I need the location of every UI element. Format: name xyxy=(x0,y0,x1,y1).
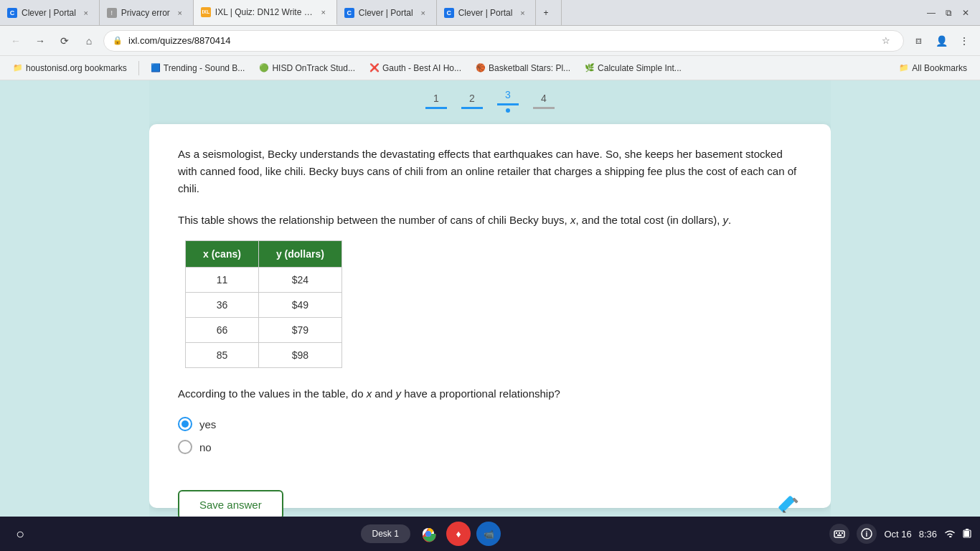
progress-num-1: 1 xyxy=(433,93,439,104)
title-bar: C Clever | Portal × ! Privacy error × IX… xyxy=(0,0,980,26)
tab-close-1[interactable]: × xyxy=(80,7,92,19)
bookmark-gauth[interactable]: ❌ Gauth - Best AI Ho... xyxy=(364,61,467,75)
bookmark-label-gauth: Gauth - Best AI Ho... xyxy=(382,63,461,73)
tab-close-4[interactable]: × xyxy=(418,7,429,19)
bookmark-label-all: All Bookmarks xyxy=(912,63,967,73)
folder-icon-all: 📁 xyxy=(899,63,909,72)
url-text: ixl.com/quizzes/8870414 xyxy=(128,35,872,46)
tab-close-2[interactable]: × xyxy=(174,7,186,19)
bookmark-label-basketball: Basketball Stars: Pl... xyxy=(489,63,570,73)
table-cell-y: $98 xyxy=(258,343,341,368)
taskbar-app-icon-red[interactable]: ♦ xyxy=(446,522,471,546)
bookmark-star-icon[interactable]: ☆ xyxy=(877,32,895,50)
progress-step-3: 3 xyxy=(497,89,519,113)
taskbar-sys-icon-1[interactable] xyxy=(829,524,849,544)
page-area: 1 2 3 4 As a seismolo xyxy=(149,80,831,517)
more-button[interactable]: ⋮ xyxy=(954,31,974,51)
back-button[interactable]: ← xyxy=(6,31,26,51)
new-tab-icon: + xyxy=(543,8,554,18)
tab-clever-3[interactable]: C Clever | Portal × xyxy=(437,0,537,25)
tab-favicon-1: C xyxy=(7,8,17,18)
svg-rect-9 xyxy=(834,531,844,537)
bookmark-label-trending: Trending - Sound B... xyxy=(164,63,245,73)
address-bar: ← → ⟳ ⌂ 🔒 ixl.com/quizzes/8870414 ☆ ⧈ 👤 … xyxy=(0,26,980,56)
taskbar-search-button[interactable] xyxy=(9,522,32,545)
taskbar-sys-icon-2[interactable]: i xyxy=(857,524,877,544)
save-answer-button[interactable]: Save answer xyxy=(178,490,283,517)
tab-title-5: Clever | Portal xyxy=(458,8,513,18)
tab-title-4: Clever | Portal xyxy=(359,8,413,18)
progress-line-2 xyxy=(461,107,483,109)
reload-button[interactable]: ⟳ xyxy=(55,31,75,51)
tab-close-5[interactable]: × xyxy=(517,7,528,19)
taskbar-time: 8:36 xyxy=(919,529,937,540)
minimize-button[interactable]: — xyxy=(924,6,938,20)
tab-ixl[interactable]: IXL IXL | Quiz: DN12 Write equati... × xyxy=(194,0,337,25)
bookmark-hisd[interactable]: 🟢 HISD OnTrack Stud... xyxy=(253,61,361,75)
taskbar: Desk 1 ♦ xyxy=(0,517,980,551)
col-header-y: y (dollars) xyxy=(258,241,341,268)
bookmark-houstonisd[interactable]: 📁 houstonisd.org bookmarks xyxy=(7,61,133,75)
close-button[interactable]: ✕ xyxy=(958,6,973,20)
home-button[interactable]: ⌂ xyxy=(79,31,99,51)
tab-favicon-3: IXL xyxy=(201,7,211,17)
option-no[interactable]: no xyxy=(178,440,802,454)
answer-options: yes no xyxy=(178,417,802,454)
progress-num-4: 4 xyxy=(541,93,547,104)
table-cell-x: 66 xyxy=(186,318,259,343)
browser-frame: C Clever | Portal × ! Privacy error × IX… xyxy=(0,0,980,551)
icon-calculate: 🌿 xyxy=(585,63,595,72)
taskbar-desk-label: Desk 1 xyxy=(361,524,410,543)
progress-step-4: 4 xyxy=(533,93,555,109)
progress-line-1 xyxy=(425,107,447,109)
page-content-wrapper: 1 2 3 4 As a seismolo xyxy=(0,80,980,517)
profile-button[interactable]: 👤 xyxy=(931,31,951,51)
tab-title-2: Privacy error xyxy=(121,8,170,18)
progress-step-2: 2 xyxy=(461,93,483,109)
icon-trending: 🟦 xyxy=(151,63,161,72)
bookmark-trending[interactable]: 🟦 Trending - Sound B... xyxy=(145,61,251,75)
url-bar[interactable]: 🔒 ixl.com/quizzes/8870414 ☆ xyxy=(103,30,904,52)
bookmark-all[interactable]: 📁 All Bookmarks xyxy=(893,61,973,75)
bookmark-label-hisd: HISD OnTrack Stud... xyxy=(272,63,355,73)
icon-hisd: 🟢 xyxy=(259,63,269,72)
forward-button[interactable]: → xyxy=(30,31,50,51)
bookmarks-separator-1 xyxy=(138,61,139,75)
tab-clever-1[interactable]: C Clever | Portal × xyxy=(0,0,100,25)
progress-line-4 xyxy=(533,107,555,109)
data-table: x (cans) y (dollars) 11$2436$4966$7985$9… xyxy=(185,240,342,368)
taskbar-chrome-icon[interactable] xyxy=(416,522,440,546)
tab-clever-2[interactable]: C Clever | Portal × xyxy=(337,0,437,25)
svg-rect-11 xyxy=(839,532,840,534)
new-tab-button[interactable]: + xyxy=(536,0,562,25)
table-cell-y: $49 xyxy=(258,293,341,318)
bookmark-calculate[interactable]: 🌿 Calculate Simple Int... xyxy=(579,61,687,75)
table-row: 36$49 xyxy=(186,293,342,318)
svg-rect-12 xyxy=(842,532,843,534)
svg-point-4 xyxy=(425,531,431,537)
table-cell-y: $79 xyxy=(258,318,341,343)
folder-icon-houstonisd: 📁 xyxy=(13,63,23,72)
radio-no[interactable] xyxy=(178,440,192,454)
extensions-button[interactable]: ⧈ xyxy=(908,31,928,51)
svg-rect-17 xyxy=(966,529,969,530)
option-yes[interactable]: yes xyxy=(178,417,802,431)
tab-privacy[interactable]: ! Privacy error × xyxy=(100,0,194,25)
progress-step-1: 1 xyxy=(425,93,447,109)
bookmark-basketball[interactable]: 🏀 Basketball Stars: Pl... xyxy=(470,61,576,75)
radio-yes[interactable] xyxy=(178,417,192,431)
bookmarks-bar: 📁 houstonisd.org bookmarks 🟦 Trending - … xyxy=(0,56,980,80)
table-cell-x: 36 xyxy=(186,293,259,318)
svg-rect-0 xyxy=(778,495,795,512)
restore-button[interactable]: ⧉ xyxy=(941,6,956,20)
keyboard-icon xyxy=(834,528,845,540)
taskbar-app-icon-blue[interactable]: 📹 xyxy=(476,522,501,546)
table-cell-x: 85 xyxy=(186,343,259,368)
progress-num-2: 2 xyxy=(469,93,475,104)
info-icon: i xyxy=(861,528,872,540)
proportional-question-text: According to the values in the table, do… xyxy=(178,385,802,402)
pencil-container xyxy=(776,494,802,517)
option-no-label: no xyxy=(199,441,212,453)
tab-favicon-2: ! xyxy=(107,8,117,18)
tab-close-3[interactable]: × xyxy=(318,6,329,18)
